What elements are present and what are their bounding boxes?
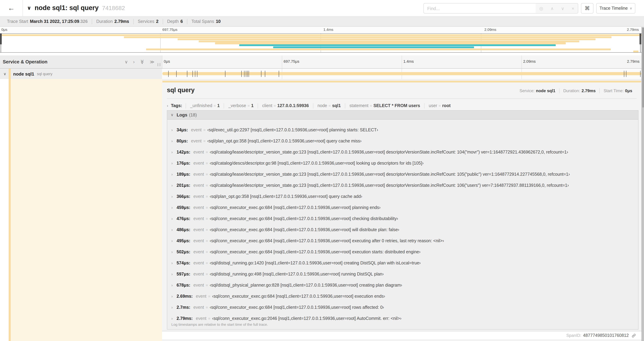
page-title: node sql1: sql query7418682 — [34, 4, 125, 12]
chevron-right-icon: › — [172, 172, 176, 176]
link-icon[interactable] — [632, 333, 636, 338]
log-entry[interactable]: ›486μs:event=‹sql/conn_executor_exec.go:… — [167, 224, 638, 235]
log-tick-mark — [192, 71, 193, 77]
minimap-scrubber-right-line — [640, 34, 640, 52]
log-tick-mark — [640, 71, 640, 77]
tags-accordion[interactable]: › Tags: _unfinished=1 _verbose=1 client=… — [167, 102, 637, 110]
expand-all-double-chevron-right-icon[interactable]: ≫ — [150, 59, 154, 65]
detail-service: Service:node sql1 — [516, 88, 559, 93]
axis-gridline — [402, 56, 402, 68]
tick-label: 697.75μs — [162, 27, 178, 32]
trace-services: Services2 — [133, 19, 163, 24]
detail-operation-title: sql query — [167, 87, 194, 94]
chevron-right-icon: › — [172, 294, 176, 298]
span-bar-marks — [162, 69, 641, 79]
minimap-scrubber-left-line — [1, 34, 1, 52]
chevron-right-icon: › — [172, 194, 176, 199]
trace-timeline-page: ← ∨ node sql1: sql query7418682 ◎ ∧ ∨ × … — [0, 0, 644, 341]
logs-label: Logs — [176, 112, 187, 118]
log-entry[interactable]: ›142μs:event=‹sql/catalog/lease/descript… — [167, 147, 638, 158]
trace-start: Trace StartMarch 31 2022, 17:25:09.326 — [3, 19, 92, 24]
minimap-span-bar — [273, 47, 474, 48]
service-operation-header: Service & Operation ∨ › ≫ ≫ — [0, 56, 162, 68]
trace-duration: Duration2.79ms — [92, 19, 133, 24]
chevron-right-icon: › — [167, 104, 168, 108]
chevron-right-icon: › — [172, 217, 176, 221]
log-entry[interactable]: ›176μs:event=‹sql/catalog/descs/descript… — [167, 158, 638, 169]
span-name-column[interactable]: ∨ node sql1 sql query — [0, 69, 162, 79]
chevron-down-icon: ∨ — [171, 113, 174, 117]
trace-total-spans: Total Spans10 — [187, 19, 225, 24]
minimap-span-bar — [178, 38, 596, 40]
vertical-scrollbar[interactable] — [642, 27, 644, 341]
row-divider — [162, 79, 642, 81]
minimap-span-bar — [633, 51, 638, 52]
log-entry[interactable]: ›2.69ms:event=‹sql/conn_executor_exec.go… — [167, 291, 638, 302]
find-prev-chevron-up-icon[interactable]: ∧ — [550, 6, 554, 11]
find-next-chevron-down-icon[interactable]: ∨ — [561, 6, 564, 11]
span-bar-track[interactable] — [162, 69, 642, 79]
log-entry[interactable]: ›2.7ms:event=‹sql/conn_executor_exec.go:… — [167, 302, 638, 313]
log-entry[interactable]: ›189μs:event=‹sql/catalog/lease/descript… — [167, 169, 638, 180]
log-tick-mark — [241, 71, 242, 77]
minimap-span-bar — [0, 34, 642, 36]
logs-accordion: ∨ Logs (18) ›34μs:event=‹sql/exec_util.g… — [167, 110, 638, 329]
detail-duration: Duration:2.79ms — [559, 88, 600, 93]
log-tick-mark — [168, 71, 168, 77]
minimap-span-bar — [199, 40, 580, 42]
log-tick-mark — [624, 71, 624, 77]
detail-meta: Service:node sql1 Duration:2.79ms Start … — [516, 88, 636, 93]
log-entry[interactable]: ›476μs:event=‹sql/conn_executor_exec.go:… — [167, 213, 638, 224]
top-bar: ← ∨ node sql1: sql query7418682 ◎ ∧ ∨ × … — [0, 0, 644, 17]
axis-gridline — [522, 56, 522, 68]
service-color-bar — [9, 79, 11, 341]
log-tick-mark — [244, 71, 244, 77]
span-id-value: 4877749850101760812 — [583, 333, 629, 338]
trace-minimap[interactable] — [0, 33, 642, 53]
chevron-right-icon: › — [172, 205, 176, 210]
chevron-right-icon: › — [172, 316, 176, 320]
log-entry[interactable]: ›597μs:event=‹sql/distsql_running.go:498… — [167, 269, 638, 280]
tag-item: client=127.0.0.1:59936 — [258, 103, 313, 108]
span-id-label: SpanID: — [566, 333, 581, 338]
log-entry[interactable]: ›80μs:event=‹sql/plan_opt.go:358 [nsql1,… — [167, 136, 638, 147]
find-input[interactable] — [424, 4, 536, 13]
log-tick-mark — [247, 71, 248, 77]
log-tick-mark — [195, 71, 195, 77]
tag-item: user=root — [424, 103, 455, 108]
chevron-right-icon: › — [172, 261, 176, 265]
keyboard-shortcuts-button[interactable]: ⌘ — [581, 3, 594, 14]
log-entry[interactable]: ›502μs:event=‹sql/conn_executor_exec.go:… — [167, 246, 638, 257]
collapse-all-double-chevron-down-icon[interactable]: ≫ — [140, 59, 144, 65]
trace-view-select[interactable]: Trace Timeline ∨ — [596, 3, 635, 14]
logs-header[interactable]: ∨ Logs (18) — [167, 111, 638, 120]
minimap-canvas — [0, 34, 642, 52]
expand-one-chevron-right-icon[interactable]: › — [133, 59, 135, 65]
log-entry[interactable]: ›459μs:event=‹sql/conn_executor_exec.go:… — [167, 202, 638, 213]
span-collapse-chevron-down-icon[interactable]: ∨ — [4, 72, 6, 76]
back-button[interactable]: ← — [0, 0, 23, 16]
log-entry[interactable]: ›34μs:event=‹sql/exec_util.go:2297 [nsql… — [167, 124, 638, 136]
scrollbar-thumb[interactable] — [642, 28, 644, 107]
column-resizer[interactable] — [158, 63, 160, 66]
tick-label: 2.09ms — [484, 27, 496, 32]
logs-list: ›34μs:event=‹sql/exec_util.go:2297 [nsql… — [167, 120, 638, 324]
find-clear-icon[interactable]: × — [572, 6, 574, 11]
trace-collapse-chevron-down-icon[interactable]: ∨ — [27, 5, 31, 11]
chevron-right-icon: › — [172, 150, 176, 154]
log-entry[interactable]: ›678μs:event=‹sql/distsql_physical_plann… — [167, 280, 638, 291]
span-service-name: node sql1 — [13, 71, 34, 76]
divider — [167, 98, 637, 99]
span-row[interactable]: ∨ node sql1 sql query — [0, 69, 644, 79]
log-tick-mark — [187, 71, 187, 77]
log-entry[interactable]: ›366μs:event=‹sql/plan_opt.go:358 [nsql1… — [167, 191, 638, 202]
axis-tick-label: 0μs — [164, 59, 170, 63]
chevron-right-icon: › — [172, 283, 176, 287]
collapse-one-chevron-down-icon[interactable]: ∨ — [125, 59, 128, 65]
log-entry[interactable]: ›495μs:event=‹sql/conn_executor_exec.go:… — [167, 235, 638, 246]
minimap-span-bar — [124, 36, 612, 38]
log-entry[interactable]: ›201μs:event=‹sql/catalog/lease/descript… — [167, 180, 638, 191]
log-entry[interactable]: ›574μs:event=‹sql/distsql_running.go:142… — [167, 257, 638, 269]
trace-id: 7418682 — [102, 5, 125, 12]
locate-icon[interactable]: ◎ — [539, 6, 543, 11]
